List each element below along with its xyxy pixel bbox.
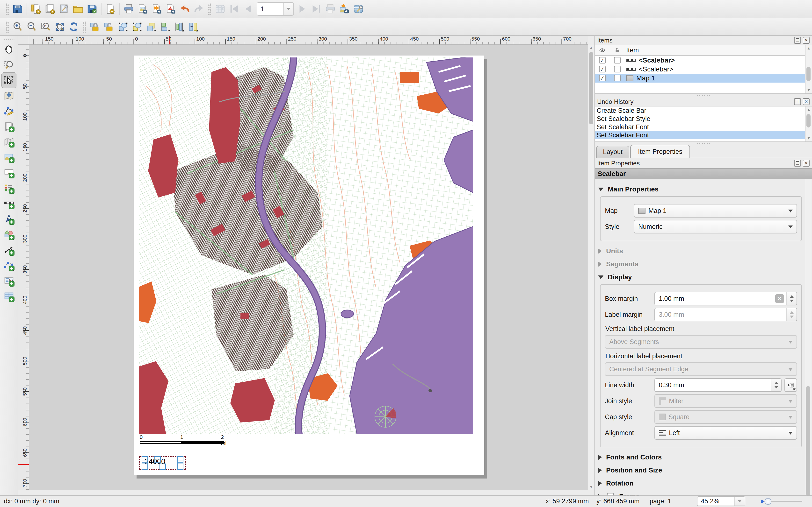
layout-canvas[interactable]: 0 1 2 mi 24000 [29,45,588,490]
box-margin-spinbox[interactable]: 1.00 mm ✕ [654,292,797,305]
toolbar-drag-handle[interactable] [5,21,9,33]
map-combobox[interactable]: Map 1 [634,204,797,218]
align-items-button[interactable] [158,19,172,34]
visibility-checkbox[interactable]: ✓ [599,57,606,63]
line-width-spinbox[interactable]: 0.30 mm [654,378,781,392]
label-margin-spinbox[interactable]: 3.00 mm [654,308,797,321]
next-feature-button[interactable] [295,2,309,16]
resize-handle[interactable] [154,456,161,463]
scroll-up-icon[interactable]: ▲ [806,45,812,51]
resize-handle[interactable] [159,463,166,470]
undo-entry[interactable]: Create Scale Bar [595,107,812,115]
layout-page[interactable]: 0 1 2 mi 24000 [134,56,484,475]
edit-nodes-item-button[interactable] [1,103,16,119]
data-defined-override-button[interactable] [784,378,797,392]
atlas-page-combobox[interactable]: 1 [257,2,294,16]
toolbar-drag-handle[interactable] [5,3,9,15]
scrollbar-thumb[interactable] [806,386,810,496]
visibility-checkbox[interactable]: ✓ [599,75,606,81]
close-panel-icon[interactable]: ✕ [803,160,810,167]
vertical-label-placement-combobox[interactable]: Above Segments [605,335,797,349]
panel-splitter[interactable] [595,94,812,97]
label-margin-value[interactable]: 3.00 mm [655,311,786,319]
redo-button[interactable] [192,2,206,16]
new-layout-button[interactable] [29,2,43,16]
properties-scrollbar[interactable] [805,179,812,507]
map-item[interactable] [139,57,473,434]
scroll-down-icon[interactable]: ▼ [588,484,595,490]
add-arrow-button[interactable] [1,242,16,258]
print-atlas-button[interactable] [323,2,337,16]
zoom-slider[interactable] [756,499,805,504]
add-picture-button[interactable] [1,150,16,165]
items-scrollbar[interactable]: ▲ ▼ [805,45,812,94]
toolbar-drag-handle[interactable] [208,3,211,15]
alignment-combobox[interactable]: Left [654,426,797,440]
scrollbar-thumb[interactable] [806,67,811,81]
add-html-button[interactable]: </> [1,273,16,289]
section-display[interactable]: Display [598,271,802,284]
close-panel-icon[interactable]: ✕ [803,37,810,44]
items-row-map-1[interactable]: ✓ Map 1 [595,74,812,82]
pan-tool-button[interactable] [1,42,16,57]
canvas-vertical-scrollbar[interactable]: ▲ ▼ [588,45,595,490]
add-label-button[interactable]: T [1,165,16,181]
lock-checkbox[interactable] [614,57,621,63]
export-atlas-button[interactable] [337,2,351,16]
zoom-full-button[interactable] [53,19,67,34]
clear-icon[interactable]: ✕ [775,294,784,303]
export-as-pdf-button[interactable] [164,2,178,16]
lock-checkbox[interactable] [614,66,621,72]
add-map-button[interactable] [1,134,16,150]
line-width-value[interactable]: 0.30 mm [655,382,771,389]
resize-items-button[interactable] [186,19,200,34]
lock-checkbox[interactable] [614,75,621,81]
scroll-up-icon[interactable]: ▲ [588,45,595,51]
float-panel-icon[interactable]: ❐ [794,160,801,167]
last-feature-button[interactable] [309,2,323,16]
close-panel-icon[interactable]: ✕ [803,98,810,105]
raise-items-button[interactable] [144,19,158,34]
print-layout-button[interactable] [122,2,136,16]
distribute-items-button[interactable] [172,19,186,34]
spin-buttons[interactable] [771,379,781,391]
items-row-scalebar-1[interactable]: ✓ <Scalebar> [595,56,812,65]
scrollbar-thumb[interactable] [806,114,811,127]
add-attribute-table-button[interactable] [1,289,16,304]
undo-entry[interactable]: Set Scalebar Font [595,123,812,131]
add-shape-button[interactable] [1,227,16,242]
section-fonts-and-colors[interactable]: Fonts and Colors [598,451,802,464]
section-segments[interactable]: Segments [598,258,802,271]
tab-item-properties[interactable]: Item Properties [630,145,690,158]
add-legend-button[interactable] [1,181,16,196]
zoom-level-combobox[interactable]: 45.2% [697,496,745,506]
add-node-item-button[interactable] [1,258,16,273]
atlas-page-dropdown[interactable] [283,3,293,15]
atlas-settings-button[interactable] [351,2,365,16]
resize-handle[interactable] [142,463,148,470]
toolbar-drag-handle[interactable] [83,21,86,33]
deselect-all-button[interactable] [130,19,144,34]
spin-buttons[interactable] [786,308,797,321]
spin-buttons[interactable] [786,292,797,305]
visibility-checkbox[interactable]: ✓ [599,66,606,72]
new-from-template-button[interactable] [103,2,117,16]
undo-entry-selected[interactable]: Set Scalebar Font [595,131,812,139]
zoom-in-button[interactable] [11,19,24,34]
add-scalebar-button[interactable] [1,196,16,212]
items-row-scalebar-2[interactable]: ✓ <Scalebar> [595,65,812,74]
undo-button[interactable] [178,2,192,16]
export-as-image-button[interactable] [136,2,150,16]
export-as-svg-button[interactable] [150,2,164,16]
add-items-from-template-button[interactable] [71,2,85,16]
preview-atlas-button[interactable] [213,2,227,16]
zoom-out-button[interactable] [24,19,39,34]
panel-splitter[interactable] [595,142,812,145]
atlas-page-value[interactable]: 1 [257,5,283,13]
undo-scrollbar[interactable]: ▲ ▼ [805,107,812,142]
duplicate-layout-button[interactable] [43,2,57,16]
tab-layout[interactable]: Layout [596,146,629,158]
select-move-item-button[interactable] [1,72,16,88]
scroll-up-icon[interactable]: ▲ [806,107,812,113]
zoom-tool-button[interactable] [1,57,16,72]
